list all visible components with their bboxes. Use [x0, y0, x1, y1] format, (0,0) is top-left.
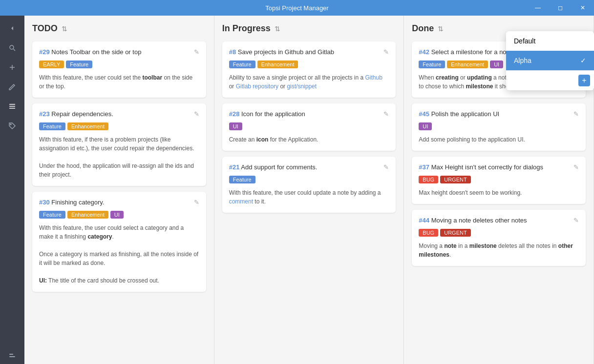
dropdown-alpha-label: Alpha — [514, 57, 531, 64]
card-30-title: #30 Finishing category. — [39, 199, 190, 206]
card-23-id: #23 — [39, 110, 50, 118]
card-45-tags: UI — [419, 122, 579, 130]
sidebar-search-button[interactable] — [3, 39, 21, 57]
card-30-body: With this feature, the user could select… — [39, 223, 199, 285]
card-37-title-text: Max Height isn't set correctly for dialo… — [431, 163, 543, 171]
card-45-edit-icon[interactable]: ✎ — [573, 110, 579, 118]
card-45-title: #45 Polish the application UI — [419, 110, 570, 118]
card-44-body: Moving a note in a milestone deletes all… — [419, 242, 579, 259]
tag-ui-2: UI — [229, 122, 242, 130]
sidebar-list-button[interactable] — [3, 98, 21, 115]
card-21-title-text: Add support for comments. — [241, 163, 317, 171]
card-29-edit-icon[interactable]: ✎ — [194, 48, 199, 56]
card-29: #29 Notes Toolbar on the side or top ✎ E… — [32, 41, 206, 98]
tag-ui: UI — [110, 211, 124, 219]
tag-feature-3: Feature — [39, 211, 65, 219]
main-content: TODO ⇅ #29 Notes Toolbar on the side or … — [24, 16, 594, 364]
minimize-button[interactable]: — — [527, 0, 549, 16]
sidebar-bottom-button[interactable] — [3, 345, 21, 363]
card-37-body: Max height doesn't seem to be working. — [419, 188, 579, 197]
dropdown-add-button[interactable]: + — [578, 75, 590, 86]
card-28-title: #28 Icon for the application — [229, 110, 380, 118]
card-30-id: #30 — [39, 199, 50, 206]
app-body: Milestones TODO ⇅ #29 Notes Toolbar on t… — [0, 16, 594, 364]
card-37-tags: BUG URGENT — [419, 176, 579, 183]
card-23-title-text: Repair dependencies. — [51, 110, 113, 118]
card-8-edit-icon[interactable]: ✎ — [383, 48, 389, 56]
card-29-body: With this feature, the user could set th… — [39, 73, 199, 91]
tag-enhancement-2: Enhancement — [67, 211, 108, 219]
card-21-body: With this feature, the user could update… — [229, 188, 389, 206]
card-37-header: #37 Max Height isn't set correctly for d… — [419, 163, 579, 171]
close-button[interactable]: ✕ — [572, 0, 594, 16]
card-8-title-text: Save projects in Github and Gitlab — [238, 48, 334, 56]
card-23-tags: Feature Enhancement — [39, 122, 199, 130]
tag-enhancement-3: Enhancement — [257, 61, 298, 68]
sidebar: Milestones — [0, 16, 24, 364]
card-37: #37 Max Height isn't set correctly for d… — [412, 157, 586, 204]
card-45-header: #45 Polish the application UI ✎ — [419, 110, 579, 118]
tag-early: EARLY — [39, 61, 64, 68]
tag-urgent-2: URGENT — [440, 229, 470, 237]
card-30-edit-icon[interactable]: ✎ — [194, 199, 199, 206]
card-28-title-text: Icon for the application — [241, 110, 305, 118]
sidebar-add-button[interactable] — [3, 59, 21, 76]
card-44-title-text: Moving a note deletes other notes — [431, 217, 527, 224]
comment-link[interactable]: comment — [229, 198, 253, 205]
window-controls: — ◻ ✕ — [527, 0, 594, 16]
card-29-title-text: Notes Toolbar on the side or top — [51, 48, 141, 56]
tag-bug-2: BUG — [419, 229, 438, 237]
card-44-header: #44 Moving a note deletes other notes ✎ — [419, 217, 579, 224]
sidebar-tags-button[interactable]: Milestones — [3, 117, 21, 135]
card-44-id: #44 — [419, 217, 429, 224]
github-link[interactable]: Github — [365, 74, 382, 81]
tag-bug: BUG — [419, 176, 438, 183]
card-28-edit-icon[interactable]: ✎ — [383, 110, 389, 118]
card-44-tags: BUG URGENT — [419, 229, 579, 237]
card-8: #8 Save projects in Github and Gitlab ✎ … — [222, 41, 396, 98]
card-23-edit-icon[interactable]: ✎ — [194, 110, 199, 118]
tag-feature-5: Feature — [229, 176, 255, 183]
tag-urgent: URGENT — [440, 176, 470, 183]
card-44: #44 Moving a note deletes other notes ✎ … — [412, 210, 586, 266]
todo-sort-icon[interactable]: ⇅ — [62, 25, 67, 33]
tag-feature-2: Feature — [39, 122, 65, 130]
dropdown-default-label: Default — [514, 37, 535, 45]
svg-rect-2 — [9, 104, 15, 105]
card-30-title-text: Finishing category. — [51, 199, 104, 206]
done-title: Done — [412, 23, 434, 34]
svg-point-0 — [10, 45, 14, 49]
app-title: Topsi Project Manager — [265, 4, 328, 12]
svg-line-1 — [14, 49, 16, 51]
card-44-title: #44 Moving a note deletes other notes — [419, 217, 570, 224]
card-44-edit-icon[interactable]: ✎ — [573, 217, 579, 224]
card-28-header: #28 Icon for the application ✎ — [229, 110, 389, 118]
card-8-title: #8 Save projects in Github and Gitlab — [229, 48, 380, 56]
svg-rect-4 — [9, 108, 15, 109]
sidebar-edit-button[interactable] — [3, 78, 21, 96]
card-23-header: #23 Repair dependencies. ✎ — [39, 110, 199, 118]
tag-feature-4: Feature — [229, 61, 255, 68]
card-42-title-text: Select a milestone for a no... — [431, 48, 512, 56]
dropdown-checkmark-icon: ✓ — [580, 57, 586, 64]
card-28-id: #28 — [229, 110, 240, 118]
gitlab-link[interactable]: Gitlab repository — [236, 83, 278, 90]
tag-ui-4: UI — [419, 122, 432, 130]
card-8-header: #8 Save projects in Github and Gitlab ✎ — [229, 48, 389, 56]
titlebar: Topsi Project Manager — ◻ ✕ — [0, 0, 594, 16]
card-37-edit-icon[interactable]: ✎ — [573, 163, 579, 171]
maximize-button[interactable]: ◻ — [549, 0, 572, 16]
svg-rect-6 — [9, 356, 15, 357]
gist-link[interactable]: gist/snippet — [287, 83, 317, 90]
card-45: #45 Polish the application UI ✎ UI Add s… — [412, 103, 586, 151]
in-progress-sort-icon[interactable]: ⇅ — [275, 25, 280, 33]
card-21-edit-icon[interactable]: ✎ — [383, 163, 389, 171]
sidebar-back-button[interactable] — [3, 20, 21, 37]
card-45-id: #45 — [419, 110, 429, 118]
dropdown-default-item[interactable]: Default — [506, 31, 594, 51]
dropdown-alpha-item[interactable]: Alpha ✓ — [506, 51, 594, 70]
card-29-id: #29 — [39, 48, 50, 56]
done-sort-icon[interactable]: ⇅ — [438, 25, 444, 33]
todo-title: TODO — [32, 23, 58, 34]
card-23-title: #23 Repair dependencies. — [39, 110, 190, 118]
